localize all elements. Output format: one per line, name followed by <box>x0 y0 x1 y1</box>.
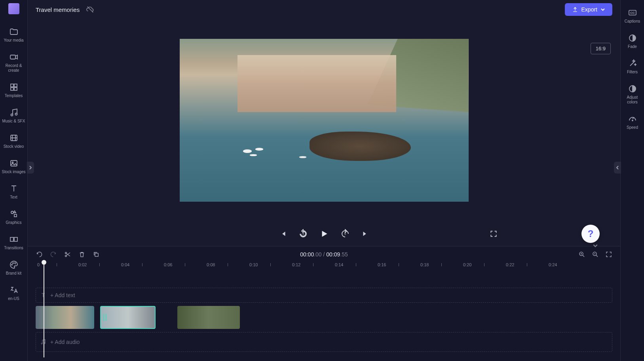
sidebar-item-transitions[interactable]: Transitions <box>0 230 27 255</box>
sidebar-item-label: Brand kit <box>6 271 21 276</box>
upload-icon <box>572 6 578 13</box>
sidebar-item-text[interactable]: Text <box>0 179 27 204</box>
zoom-out-icon <box>592 251 599 258</box>
split-button[interactable] <box>64 251 71 258</box>
ruler-tick: 0:10 <box>249 262 258 267</box>
sidebar-item-fade[interactable]: Fade <box>621 29 644 54</box>
sidebar-item-music-sfx[interactable]: Music & SFX <box>0 103 27 128</box>
sidebar-item-graphics[interactable]: Graphics <box>0 204 27 230</box>
audio-track[interactable]: + Add audio <box>36 332 612 352</box>
time-sep: / <box>322 251 327 258</box>
video-clip-3[interactable] <box>177 306 240 329</box>
gauge-icon <box>628 114 637 124</box>
current-frac: .00 <box>314 251 321 258</box>
sidebar-item-label: Captions <box>625 19 640 24</box>
svg-point-24 <box>41 343 42 344</box>
sidebar-item-label: Graphics <box>6 220 21 225</box>
timeline-section: 00:00.00 / 00:09.55 0 0:02 0:04 0:06 0:0… <box>28 246 620 361</box>
svg-point-19 <box>65 252 67 254</box>
undo-button[interactable] <box>36 251 43 258</box>
ruler-tick: 0:08 <box>207 262 215 267</box>
zoom-in-button[interactable] <box>578 251 585 258</box>
sidebar-left: Your media Record & create Templates Mus… <box>0 0 28 361</box>
playback-controls: 5 5 ? <box>28 222 620 246</box>
redo-icon <box>50 251 57 258</box>
sidebar-item-label: Fade <box>628 44 637 49</box>
fade-icon <box>628 33 637 43</box>
video-clip-2-selected[interactable]: Approaching the Empire State Building in… <box>100 306 156 329</box>
trash-icon <box>78 251 85 258</box>
fullscreen-button[interactable] <box>490 230 498 238</box>
ruler-tick: 0:24 <box>549 262 557 267</box>
sidebar-item-stock-video[interactable]: Stock video <box>0 128 27 154</box>
svg-rect-11 <box>14 214 17 217</box>
expand-right-panel-button[interactable] <box>614 162 621 174</box>
forward-5-icon: 5 <box>340 229 350 239</box>
chevron-right-icon <box>28 166 32 170</box>
skip-start-button[interactable] <box>279 229 287 238</box>
total-frac: .55 <box>340 251 348 258</box>
svg-rect-21 <box>95 253 98 256</box>
zoom-fit-icon <box>605 251 612 258</box>
redo-button[interactable] <box>50 251 57 258</box>
svg-rect-0 <box>10 55 15 59</box>
delete-button[interactable] <box>78 251 85 258</box>
sidebar-item-templates[interactable]: Templates <box>0 78 27 103</box>
export-button[interactable]: Export <box>565 3 612 16</box>
sidebar-item-label: Speed <box>627 125 638 130</box>
video-preview[interactable] <box>180 39 469 202</box>
svg-rect-13 <box>14 237 17 241</box>
skip-end-button[interactable] <box>361 229 370 238</box>
sidebar-item-label: en-US <box>8 296 19 301</box>
app-logo-icon[interactable] <box>8 3 19 14</box>
total-time: 00:09 <box>326 251 340 258</box>
fullscreen-icon <box>490 230 498 238</box>
skip-next-icon <box>361 229 370 238</box>
playhead[interactable] <box>44 262 44 357</box>
text-track[interactable]: + Add text <box>36 288 612 303</box>
zoom-fit-button[interactable] <box>605 251 612 258</box>
play-button[interactable] <box>319 229 329 239</box>
zoom-out-button[interactable] <box>592 251 599 258</box>
timeline-ruler[interactable]: 0 0:02 0:04 0:06 0:08 0:10 0:12 0:14 0:1… <box>36 262 620 272</box>
cc-icon: CC <box>628 8 637 17</box>
video-track[interactable]: Approaching the Empire State Building in… <box>36 306 612 329</box>
sidebar-item-record-create[interactable]: Record & create <box>0 48 27 78</box>
sidebar-item-label: Music & SFX <box>2 119 25 124</box>
seek-forward-button[interactable]: 5 <box>340 229 350 239</box>
sidebar-item-adjust-colors[interactable]: Adjust colors <box>621 79 644 109</box>
transition-icon <box>9 235 19 244</box>
duplicate-button[interactable] <box>93 251 100 258</box>
sidebar-item-label: Stock images <box>2 170 25 174</box>
seek-back-button[interactable]: 5 <box>298 229 308 239</box>
sidebar-item-speed[interactable]: Speed <box>621 109 644 135</box>
camera-icon <box>9 52 19 62</box>
svg-point-30 <box>632 120 633 121</box>
project-title[interactable]: Travel memories <box>36 6 80 13</box>
question-icon: ? <box>588 228 594 239</box>
main-area: Travel memories Export 16:9 5 5 <box>28 0 620 361</box>
ruler-tick: 0:14 <box>335 262 343 267</box>
expand-left-panel-button[interactable] <box>27 162 34 174</box>
aspect-ratio-button[interactable]: 16:9 <box>591 43 611 54</box>
cloud-sync-off-icon[interactable] <box>86 5 95 14</box>
video-clip-1[interactable] <box>36 306 94 329</box>
play-icon <box>319 229 329 239</box>
zoom-in-icon <box>578 251 585 258</box>
topbar: Travel memories Export <box>28 0 620 19</box>
sidebar-item-locale[interactable]: en-US <box>0 281 27 306</box>
sidebar-item-label: Transitions <box>4 246 23 250</box>
help-button[interactable]: ? <box>581 225 600 243</box>
sidebar-item-stock-images[interactable]: Stock images <box>0 154 27 179</box>
sidebar-item-your-media[interactable]: Your media <box>0 22 27 48</box>
film-icon <box>9 133 19 143</box>
sidebar-item-filters[interactable]: Filters <box>621 54 644 79</box>
sidebar-item-captions[interactable]: CC Captions <box>621 3 644 29</box>
text-icon <box>9 184 19 193</box>
ruler-tick: 0 <box>37 262 40 267</box>
svg-text:CC: CC <box>630 11 635 15</box>
sidebar-item-brand-kit[interactable]: Brand kit <box>0 255 27 281</box>
text-icon <box>40 292 46 298</box>
chevron-down-icon <box>600 7 605 12</box>
sidebar-item-label: Your media <box>4 38 23 43</box>
